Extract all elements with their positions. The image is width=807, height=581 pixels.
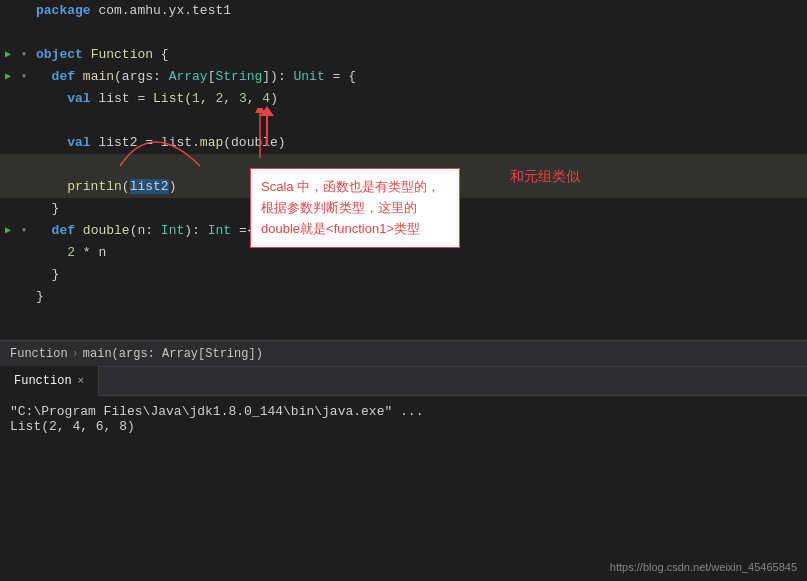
fold-gutter: ▾ [16, 220, 32, 242]
code-line: } [0, 286, 807, 308]
code-line [0, 22, 807, 44]
breadcrumb-main: main(args: Array[String]) [83, 347, 263, 361]
run-gutter: ▶ [0, 66, 16, 88]
code-line: } [0, 264, 807, 286]
editor-area: package com.amhu.yx.test1 ▶ ▾ object Fun… [0, 0, 807, 340]
annotation-side-text: 和元组类似 [510, 168, 580, 186]
run-gutter: ▶ [0, 220, 16, 242]
run-gutter: ▶ [0, 44, 16, 66]
tab-function[interactable]: Function × [0, 366, 99, 396]
tab-close-button[interactable]: × [78, 375, 85, 387]
watermark: https://blog.csdn.net/weixin_45465845 [610, 561, 797, 573]
code-content: } [32, 264, 807, 286]
code-content: } [32, 286, 807, 308]
annotation-curve [52, 98, 272, 178]
output-area: "C:\Program Files\Java\jdk1.8.0_144\bin\… [0, 396, 807, 442]
tab-label: Function [14, 374, 72, 388]
code-line: package com.amhu.yx.test1 [0, 0, 807, 22]
breadcrumb-bar: Function › main(args: Array[String]) [0, 340, 807, 366]
code-line: ▶ ▾ def main(args: Array[String]): Unit … [0, 66, 807, 88]
breadcrumb-function: Function [10, 347, 68, 361]
tab-bar: Function × [0, 366, 807, 396]
code-line: ▶ ▾ object Function { [0, 44, 807, 66]
code-content: object Function { [32, 44, 807, 66]
output-result: List(2, 4, 6, 8) [10, 419, 797, 434]
annotation-box: Scala 中，函数也是有类型的，根据参数判断类型，这里的double就是<fu… [250, 168, 460, 248]
breadcrumb-separator: › [72, 347, 79, 361]
fold-gutter: ▾ [16, 44, 32, 66]
output-command: "C:\Program Files\Java\jdk1.8.0_144\bin\… [10, 404, 797, 419]
code-content: package com.amhu.yx.test1 [32, 0, 807, 22]
fold-gutter: ▾ [16, 66, 32, 88]
code-content: def main(args: Array[String]): Unit = { [32, 66, 807, 88]
